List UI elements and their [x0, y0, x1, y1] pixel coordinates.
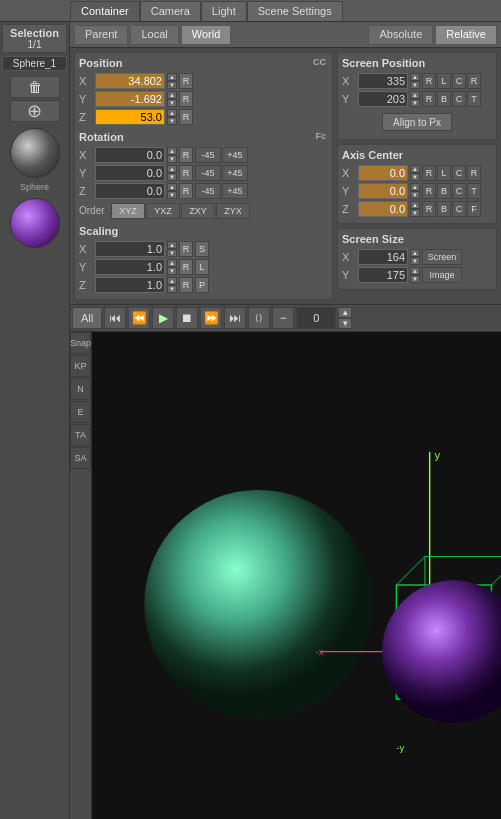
scaling-y-up[interactable]: ▲ [167, 259, 177, 267]
position-x-up[interactable]: ▲ [167, 73, 177, 81]
rotation-z-input[interactable] [95, 183, 165, 199]
ta-label[interactable]: TA [70, 424, 91, 446]
timeline-frame-arrows[interactable]: ▲ ▼ [338, 307, 352, 329]
scaling-y-arrows[interactable]: ▲ ▼ [167, 259, 177, 275]
tl-next-key[interactable]: ⏩ [200, 307, 222, 329]
rotation-y-down[interactable]: ▼ [167, 173, 177, 181]
ac-x-r1[interactable]: R [422, 165, 436, 181]
ac-y-c1[interactable]: C [452, 183, 466, 199]
ac-z-b1[interactable]: B [437, 201, 451, 217]
trash-icon-btn[interactable]: 🗑 [10, 76, 60, 98]
tl-skip-end[interactable]: ⏭ [224, 307, 246, 329]
scaling-x-up[interactable]: ▲ [167, 241, 177, 249]
screen-pos-y-arrows[interactable]: ▲ ▼ [410, 91, 420, 107]
tl-record[interactable]: ⟨⟩ [248, 307, 270, 329]
ac-z-c1[interactable]: C [452, 201, 466, 217]
tab-container[interactable]: Container [70, 1, 140, 21]
ac-z-f1[interactable]: F [467, 201, 481, 217]
scaling-y-down[interactable]: ▼ [167, 267, 177, 275]
position-x-r[interactable]: R [179, 73, 193, 89]
rotation-y-arrows[interactable]: ▲ ▼ [167, 165, 177, 181]
axis-center-z-input[interactable] [358, 201, 408, 217]
ac-x-c1[interactable]: C [452, 165, 466, 181]
scaling-x-r[interactable]: R [179, 241, 193, 257]
rotation-z-neg45[interactable]: -45 [195, 183, 221, 199]
rotation-z-up[interactable]: ▲ [167, 183, 177, 191]
rotation-x-r[interactable]: R [179, 147, 193, 163]
screen-size-y-input[interactable] [358, 267, 408, 283]
position-y-up[interactable]: ▲ [167, 91, 177, 99]
align-to-px-btn[interactable]: Align to Px [382, 113, 452, 131]
axis-icon-btn[interactable]: ⊕ [10, 100, 60, 122]
order-xyz[interactable]: XYZ [111, 203, 145, 219]
tl-stop[interactable]: ⏹ [176, 307, 198, 329]
e-label[interactable]: E [70, 401, 91, 423]
scaling-l-btn[interactable]: L [195, 259, 209, 275]
rotation-x-arrows[interactable]: ▲ ▼ [167, 147, 177, 163]
sa-label[interactable]: SA [70, 447, 91, 469]
scaling-z-arrows[interactable]: ▲ ▼ [167, 277, 177, 293]
ac-y-r1[interactable]: R [422, 183, 436, 199]
position-x-arrows[interactable]: ▲ ▼ [167, 73, 177, 89]
sp-x-r2[interactable]: R [467, 73, 481, 89]
position-z-r[interactable]: R [179, 109, 193, 125]
ac-y-t1[interactable]: T [467, 183, 481, 199]
snap-label[interactable]: Snap [70, 332, 91, 354]
absolute-btn[interactable]: Absolute [368, 25, 433, 45]
axis-center-z-arrows[interactable]: ▲ ▼ [410, 201, 420, 217]
screen-pos-x-up[interactable]: ▲ [410, 73, 420, 81]
screen-pos-x-arrows[interactable]: ▲ ▼ [410, 73, 420, 89]
timeline-frame[interactable]: 0 [296, 307, 336, 329]
tab-light[interactable]: Light [201, 1, 247, 21]
screen-pos-y-input[interactable] [358, 91, 408, 107]
ac-z-up[interactable]: ▲ [410, 201, 420, 209]
tl-minus[interactable]: − [272, 307, 294, 329]
rotation-x-up[interactable]: ▲ [167, 147, 177, 155]
scaling-y-input[interactable] [95, 259, 165, 275]
screen-size-y-arrows[interactable]: ▲ ▼ [410, 267, 420, 283]
rotation-y-neg45[interactable]: -45 [195, 165, 221, 181]
tl-skip-start[interactable]: ⏮ [104, 307, 126, 329]
ac-y-down[interactable]: ▼ [410, 191, 420, 199]
scaling-z-up[interactable]: ▲ [167, 277, 177, 285]
ac-x-r2[interactable]: R [467, 165, 481, 181]
position-x-input[interactable] [95, 73, 165, 89]
ac-y-b1[interactable]: B [437, 183, 451, 199]
position-x-down[interactable]: ▼ [167, 81, 177, 89]
rotation-y-up[interactable]: ▲ [167, 165, 177, 173]
axis-center-y-input[interactable] [358, 183, 408, 199]
tl-frame-down[interactable]: ▼ [338, 318, 352, 329]
rotation-y-pos45[interactable]: +45 [222, 165, 248, 181]
tl-frame-up[interactable]: ▲ [338, 307, 352, 318]
axis-center-x-arrows[interactable]: ▲ ▼ [410, 165, 420, 181]
sp-x-r1[interactable]: R [422, 73, 436, 89]
axis-center-x-input[interactable] [358, 165, 408, 181]
relative-btn[interactable]: Relative [435, 25, 497, 45]
position-y-input[interactable] [95, 91, 165, 107]
scaling-y-r[interactable]: R [179, 259, 193, 275]
sphere-label[interactable]: Sphere_1 [2, 56, 67, 71]
screen-pos-x-down[interactable]: ▼ [410, 81, 420, 89]
rotation-y-r[interactable]: R [179, 165, 193, 181]
position-z-up[interactable]: ▲ [167, 109, 177, 117]
ac-z-down[interactable]: ▼ [410, 209, 420, 217]
screen-pos-y-down[interactable]: ▼ [410, 99, 420, 107]
position-z-down[interactable]: ▼ [167, 117, 177, 125]
ac-x-l1[interactable]: L [437, 165, 451, 181]
rotation-x-down[interactable]: ▼ [167, 155, 177, 163]
order-zyx[interactable]: ZYX [216, 203, 250, 219]
scaling-x-input[interactable] [95, 241, 165, 257]
screen-size-x-arrows[interactable]: ▲ ▼ [410, 249, 420, 265]
position-y-r[interactable]: R [179, 91, 193, 107]
position-z-input[interactable] [95, 109, 165, 125]
ac-x-up[interactable]: ▲ [410, 165, 420, 173]
scaling-x-down[interactable]: ▼ [167, 249, 177, 257]
tl-play[interactable]: ▶ [152, 307, 174, 329]
sp-y-t1[interactable]: T [467, 91, 481, 107]
screen-btn[interactable]: Screen [422, 249, 462, 265]
axis-center-y-arrows[interactable]: ▲ ▼ [410, 183, 420, 199]
order-zxy[interactable]: ZXY [181, 203, 215, 219]
ss-x-up[interactable]: ▲ [410, 249, 420, 257]
order-yxz[interactable]: YXZ [146, 203, 180, 219]
scaling-p-btn[interactable]: P [195, 277, 209, 293]
